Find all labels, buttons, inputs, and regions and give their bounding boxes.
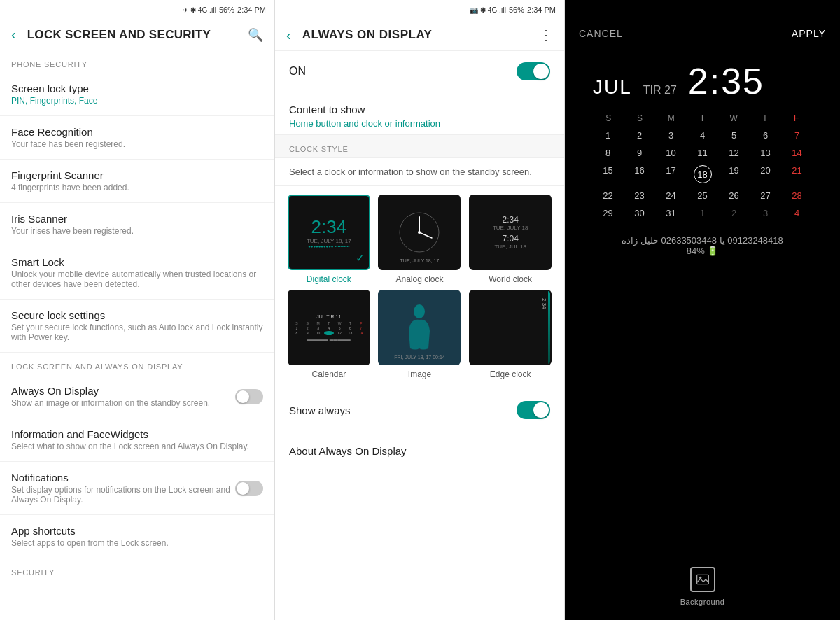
on-toggle[interactable] — [517, 62, 550, 80]
edge-clock-display: 2:34 — [541, 298, 547, 309]
preview-month-row: JUL TIR 27 2:35 — [593, 60, 812, 102]
image-silhouette — [402, 303, 437, 352]
edge-clock-thumb: 2:34 — [469, 290, 552, 365]
analog-clock-thumb: TUE, JULY 18, 17 — [378, 195, 461, 270]
cal-22: 22 — [593, 188, 623, 204]
background-label: Background — [680, 598, 725, 606]
cal-6: 6 — [750, 127, 780, 143]
on-toggle-knob — [533, 64, 549, 79]
iris-scanner-item[interactable]: Iris Scanner Your irises have been regis… — [0, 203, 274, 246]
world-clock-item[interactable]: 2:34 TUE, JULY 18 7:04 TUE, JUL 18 World… — [468, 195, 553, 284]
lock-title: LOCK SCREEN AND SECURITY — [27, 28, 237, 42]
world-clock-display: 2:34 TUE, JULY 18 7:04 TUE, JUL 18 — [493, 215, 528, 250]
clock-desc: Select a clock or information to show on… — [289, 158, 550, 177]
digital-clock-item[interactable]: 2:34 TUE, JULY 18, 17 ●●●●●●●●●● ▪▪▪▪▪▪▪… — [286, 195, 372, 284]
cal-next-3: 3 — [750, 205, 780, 221]
about-aod-row[interactable]: About Always On Display — [275, 432, 564, 470]
world-clock-thumb: 2:34 TUE, JULY 18 7:04 TUE, JUL 18 — [469, 195, 552, 270]
image-clock-item[interactable]: FRI, JULY 18, 17 00:14 Image — [377, 290, 463, 379]
world-time1: 2:34 — [493, 215, 528, 225]
analog-clock-item[interactable]: TUE, JULY 18, 17 Analog clock — [377, 195, 463, 284]
cal-26: 26 — [719, 188, 749, 204]
battery-percent: 84% — [687, 246, 705, 256]
back-button-aod[interactable]: ‹ — [286, 27, 291, 43]
cancel-button[interactable]: CANCEL — [579, 28, 623, 39]
cal-12: 12 — [719, 145, 749, 161]
cal-19: 19 — [719, 162, 749, 186]
show-always-row: Show always — [275, 388, 564, 432]
app-shortcuts-sub: Select apps to open from the Lock screen… — [11, 538, 263, 548]
cal-14: 14 — [782, 145, 812, 161]
status-bar-aod: 📷 ✱ 4G .ıll 56% 2:34 PM — [275, 0, 564, 20]
secure-lock-settings-item[interactable]: Secure lock settings Set your secure loc… — [0, 300, 274, 353]
always-on-display-left: Always On Display Show an image or infor… — [11, 385, 235, 408]
app-shortcuts-item[interactable]: App shortcuts Select apps to open from t… — [0, 515, 274, 558]
notifications-title: Notifications — [11, 472, 235, 484]
always-on-display-toggle[interactable] — [235, 389, 263, 404]
fingerprint-scanner-item[interactable]: Fingerprint Scanner 4 fingerprints have … — [0, 160, 274, 203]
notifications-sub: Set display options for notifications on… — [11, 485, 235, 505]
image-clock-label: Image — [408, 369, 431, 379]
cal-next-4: 4 — [782, 205, 812, 221]
screen-lock-type-item[interactable]: Screen lock type PIN, Fingerprints, Face — [0, 73, 274, 116]
app-shortcuts-title: App shortcuts — [11, 525, 263, 537]
lock-header: ‹ LOCK SCREEN AND SECURITY 🔍 — [0, 20, 274, 50]
smart-lock-item[interactable]: Smart Lock Unlock your mobile device aut… — [0, 246, 274, 300]
background-icon — [696, 572, 710, 586]
dow-f: F — [780, 113, 812, 123]
calendar-thumb-content: JUL TIR 11 S S M T W T F 1 2 3 4 — [289, 310, 369, 346]
aod-panel: 📷 ✱ 4G .ıll 56% 2:34 PM ‹ ALWAYS ON DISP… — [275, 0, 565, 620]
cal-16: 16 — [624, 162, 654, 186]
show-always-toggle[interactable] — [517, 401, 550, 419]
world-date2: TUE, JUL 18 — [493, 244, 528, 250]
always-on-display-item[interactable]: Always On Display Show an image or infor… — [0, 375, 274, 418]
selected-check-icon: ✓ — [356, 251, 365, 265]
preview-main: CANCEL APPLY JUL TIR 27 2:35 S S M T W T… — [579, 28, 826, 263]
smart-lock-title: Smart Lock — [11, 256, 263, 268]
time-aod: 2:34 PM — [527, 6, 556, 14]
notifications-toggle[interactable] — [235, 481, 263, 496]
fingerprint-scanner-title: Fingerprint Scanner — [11, 169, 263, 181]
image-thumb-content — [379, 291, 459, 364]
cal-thumb-header: JUL TIR 11 — [292, 314, 366, 319]
svg-point-3 — [418, 231, 421, 234]
apply-button[interactable]: APPLY — [792, 28, 826, 39]
edge-clock-item[interactable]: 2:34 Edge clock — [468, 290, 553, 379]
preview-calendar: JUL TIR 27 2:35 S S M T W T F 1 2 3 4 — [579, 53, 826, 263]
preview-cal-dow: S S M T W T F — [593, 113, 812, 123]
face-recognition-item[interactable]: Face Recognition Your face has been regi… — [0, 116, 274, 160]
clock-grid: 2:34 TUE, JULY 18, 17 ●●●●●●●●●● ▪▪▪▪▪▪▪… — [275, 186, 564, 388]
aod-content: ON Content to show Home button and clock… — [275, 51, 564, 620]
cal-18-today: 18 — [687, 162, 718, 186]
notifications-item[interactable]: Notifications Set display options for no… — [0, 462, 274, 515]
aod-header: ‹ ALWAYS ON DISPLAY ⋮ — [275, 20, 564, 51]
more-options-button[interactable]: ⋮ — [539, 27, 553, 43]
cal-20: 20 — [750, 162, 780, 186]
cal-10: 10 — [656, 145, 686, 161]
digital-clock-thumb: 2:34 TUE, JULY 18, 17 ●●●●●●●●●● ▪▪▪▪▪▪▪… — [288, 195, 370, 270]
search-button-lock[interactable]: 🔍 — [248, 27, 263, 43]
battery-aod: 56% — [509, 6, 524, 14]
secure-lock-settings-sub: Set your secure lock functions, such as … — [11, 323, 263, 342]
digital-clock-display: 2:34 TUE, JULY 18, 17 ●●●●●●●●●● ▪▪▪▪▪▪▪… — [307, 216, 351, 248]
cal-17: 17 — [656, 162, 686, 186]
clock-style-label: CLOCK STYLE — [275, 135, 564, 157]
cal-11: 11 — [687, 145, 718, 161]
calendar-clock-item[interactable]: JUL TIR 11 S S M T W T F 1 2 3 4 — [286, 290, 372, 379]
content-to-show-section[interactable]: Content to show Home button and clock or… — [275, 92, 564, 135]
today-circle: 18 — [694, 165, 712, 183]
background-button[interactable] — [690, 567, 715, 592]
always-on-display-title: Always On Display — [11, 385, 235, 397]
preview-panel: CANCEL APPLY JUL TIR 27 2:35 S S M T W T… — [565, 0, 840, 620]
secure-lock-settings-title: Secure lock settings — [11, 309, 263, 321]
analog-clock-svg — [398, 211, 440, 253]
back-button-lock[interactable]: ‹ — [11, 27, 16, 43]
fingerprint-scanner-sub: 4 fingerprints have been added. — [11, 183, 263, 192]
cal-5: 5 — [719, 127, 749, 143]
phone-security-label: PHONE SECURITY — [0, 50, 274, 73]
dow-t1: T — [687, 113, 718, 123]
cal-7: 7 — [782, 127, 812, 143]
status-icons-aod: 📷 ✱ 4G .ıll — [470, 6, 506, 14]
info-facewidgets-item[interactable]: Information and FaceWidgets Select what … — [0, 418, 274, 462]
svg-rect-5 — [696, 575, 708, 584]
